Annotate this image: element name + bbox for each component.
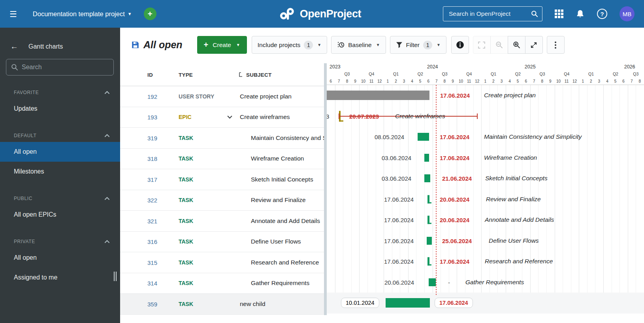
gantt-row[interactable]: 03.06.202421.06.2024Sketch Initial Conce… bbox=[327, 168, 644, 189]
work-package-id-link[interactable]: 314 bbox=[147, 280, 157, 287]
save-view-icon[interactable] bbox=[132, 41, 139, 49]
work-package-id-link[interactable]: 317 bbox=[147, 176, 157, 183]
table-gantt-splitter[interactable] bbox=[324, 63, 327, 315]
gantt-row[interactable]: 320.07.2023Create wireframes bbox=[327, 106, 644, 127]
gantt-row[interactable]: 20.06.2024-Gather Requirements bbox=[327, 272, 644, 293]
subject-label[interactable]: Create project plan bbox=[240, 93, 292, 100]
gantt-bar[interactable] bbox=[427, 237, 432, 245]
sidebar-item-milestones[interactable]: Milestones bbox=[0, 162, 120, 181]
table-row[interactable]: 318TASKWireframe Creation bbox=[120, 149, 324, 170]
info-button[interactable] bbox=[451, 36, 469, 54]
work-package-id-link[interactable]: 319 bbox=[147, 134, 157, 141]
fullscreen-expand-button[interactable] bbox=[525, 36, 543, 54]
sidebar-section-heading[interactable]: PUBLIC bbox=[0, 192, 120, 205]
openproject-logo[interactable]: OpenProject bbox=[280, 0, 361, 28]
work-package-id-link[interactable]: 316 bbox=[147, 238, 157, 245]
filter-button[interactable]: Filter 1 ▼ bbox=[390, 36, 446, 54]
baseline-button[interactable]: Baseline ▼ bbox=[331, 36, 386, 54]
quick-add-button[interactable]: + bbox=[144, 8, 156, 20]
chevron-up-icon[interactable] bbox=[104, 91, 110, 94]
table-row[interactable]: 192USER STORYCreate project plan bbox=[120, 86, 324, 107]
chevron-up-icon[interactable] bbox=[104, 240, 110, 244]
table-row[interactable]: 322TASKReview and Finalize bbox=[120, 190, 324, 211]
chevron-down-icon[interactable] bbox=[227, 115, 233, 119]
gantt-bar[interactable] bbox=[327, 91, 429, 100]
sidebar-item-updates[interactable]: Updates bbox=[0, 99, 120, 119]
sidebar-item-assigned-to-me[interactable]: Assigned to me bbox=[0, 268, 120, 287]
gantt-row[interactable]: 17.06.202417.06.2024Research and Referen… bbox=[327, 251, 644, 272]
gantt-row[interactable]: 17.06.202425.06.2024Define User Flows bbox=[327, 230, 644, 251]
gantt-bar[interactable] bbox=[418, 133, 429, 141]
back-arrow-icon[interactable]: ← bbox=[10, 42, 18, 51]
gantt-bar[interactable] bbox=[424, 154, 429, 162]
gantt-row[interactable]: 17.06.202420.06.2024Review and Finalize bbox=[327, 189, 644, 210]
subject-label[interactable]: Gather Requirements bbox=[251, 280, 309, 287]
subject-label[interactable]: Create wireframes bbox=[240, 113, 290, 121]
sidebar-search-box[interactable] bbox=[6, 59, 114, 76]
table-row[interactable]: 315TASKResearch and Reference bbox=[120, 252, 324, 273]
sidebar-section-heading[interactable]: PRIVATE bbox=[0, 235, 120, 248]
subject-label[interactable]: Sketch Initial Concepts bbox=[251, 176, 313, 183]
work-package-id-link[interactable]: 193 bbox=[147, 114, 157, 121]
help-icon[interactable]: ? bbox=[597, 9, 607, 19]
global-search-box[interactable] bbox=[443, 6, 542, 21]
clamped-bar-marker[interactable] bbox=[427, 216, 431, 224]
create-button[interactable]: + Create ▼ bbox=[197, 36, 247, 54]
subject-label[interactable]: new child bbox=[240, 300, 266, 308]
subject-label[interactable]: Research and Reference bbox=[251, 259, 319, 266]
start-date-chip[interactable]: 10.01.2024 bbox=[341, 298, 379, 308]
gantt-row[interactable]: 17.06.202420.06.2024Annotate and Add Det… bbox=[327, 210, 644, 230]
include-projects-button[interactable]: Include projects 1 ▼ bbox=[252, 36, 327, 54]
subject-label[interactable]: Maintain Consistency and Simplicity bbox=[251, 134, 324, 142]
more-options-kebab-button[interactable] bbox=[547, 36, 565, 54]
table-row[interactable]: 359TASKnew child bbox=[120, 294, 324, 315]
work-package-id-link[interactable]: 192 bbox=[147, 93, 157, 100]
subject-label[interactable]: Review and Finalize bbox=[251, 196, 306, 204]
zoom-out-button[interactable] bbox=[490, 36, 508, 54]
table-row[interactable]: 317TASKSketch Initial Concepts bbox=[120, 169, 324, 190]
sidebar-section-heading[interactable]: FAVORITE bbox=[0, 86, 120, 99]
zoom-fit-button[interactable] bbox=[473, 36, 491, 54]
work-package-id-link[interactable]: 359 bbox=[147, 300, 157, 307]
column-header-subject[interactable]: SUBJECT bbox=[238, 72, 271, 77]
gantt-bar[interactable] bbox=[386, 298, 430, 308]
gantt-bar[interactable] bbox=[429, 278, 436, 286]
gantt-bar[interactable] bbox=[424, 174, 430, 182]
gantt-row[interactable]: 03.06.202417.06.2024Wireframe Creation bbox=[327, 147, 644, 168]
zoom-in-button[interactable] bbox=[508, 36, 525, 54]
subject-label[interactable]: Annotate and Add Details bbox=[251, 217, 320, 225]
sidebar-item-all-open[interactable]: All open bbox=[0, 248, 120, 268]
subject-label[interactable]: Wireframe Creation bbox=[251, 155, 304, 162]
sidebar-resize-handle[interactable] bbox=[114, 272, 117, 281]
clamped-bar-marker[interactable] bbox=[427, 195, 431, 203]
work-package-id-link[interactable]: 318 bbox=[147, 155, 157, 162]
chevron-up-icon[interactable] bbox=[104, 196, 110, 200]
search-icon[interactable] bbox=[531, 10, 538, 17]
chevron-up-icon[interactable] bbox=[104, 134, 110, 138]
end-date-chip[interactable]: 17.06.2024 bbox=[435, 298, 473, 308]
column-header-type[interactable]: TYPE bbox=[179, 72, 193, 77]
global-search-input[interactable] bbox=[449, 10, 531, 17]
apps-grid-icon[interactable] bbox=[555, 9, 563, 18]
table-row[interactable]: 193EPICCreate wireframes bbox=[120, 107, 324, 128]
sidebar-item-all-open-epics[interactable]: All open EPICs bbox=[0, 205, 120, 225]
project-selector[interactable]: Documentation template project ▼ bbox=[33, 10, 132, 18]
table-row[interactable]: 316TASKDefine User Flows bbox=[120, 232, 324, 253]
gantt-row[interactable]: 10.01.202417.06.2024 bbox=[327, 293, 644, 314]
user-avatar[interactable]: MB bbox=[620, 6, 635, 21]
table-row[interactable]: 314TASKGather Requirements bbox=[120, 273, 324, 294]
sidebar-section-heading[interactable]: DEFAULT bbox=[0, 129, 120, 142]
gantt-row[interactable]: 08.05.202417.06.2024Maintain Consistency… bbox=[327, 127, 644, 147]
notifications-bell-icon[interactable] bbox=[576, 9, 585, 19]
table-row[interactable]: 319TASKMaintain Consistency and Simplici… bbox=[120, 128, 324, 149]
work-package-id-link[interactable]: 322 bbox=[147, 197, 157, 204]
clamped-bar-marker[interactable] bbox=[427, 257, 431, 266]
subject-label[interactable]: Define User Flows bbox=[251, 238, 301, 245]
work-package-id-link[interactable]: 315 bbox=[147, 259, 157, 266]
sidebar-item-all-open[interactable]: All open bbox=[0, 142, 120, 162]
table-row[interactable]: 321TASKAnnotate and Add Details bbox=[120, 211, 324, 232]
work-package-id-link[interactable]: 321 bbox=[147, 217, 157, 224]
hamburger-menu-icon[interactable]: ☰ bbox=[9, 10, 17, 18]
sidebar-search-input[interactable] bbox=[22, 64, 109, 71]
gantt-row[interactable]: 17.06.2024Create project plan bbox=[327, 85, 644, 106]
